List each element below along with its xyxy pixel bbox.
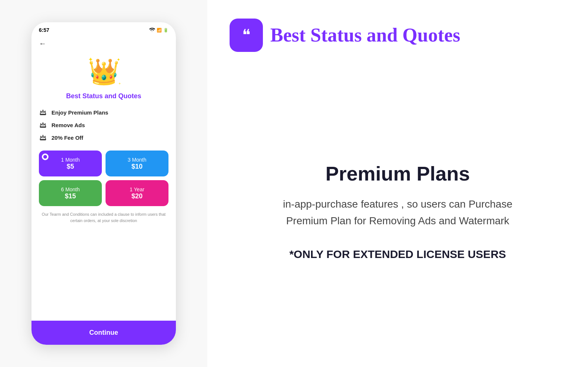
continue-button[interactable]: Continue	[31, 321, 176, 345]
signal-icon: 📶	[157, 28, 162, 33]
plans-grid: 1 Month $5 3 Month $10 6 Month $15 1 Yea…	[39, 151, 168, 206]
feature-text-2: Remove Ads	[51, 122, 85, 128]
crown-feature-icon-1	[39, 108, 47, 116]
sparkle-top-right-icon: ✦	[117, 57, 120, 62]
right-panel: ❝ Best Status and Quotes Premium Plans i…	[207, 0, 588, 367]
plan-1-year[interactable]: 1 Year $20	[106, 180, 168, 206]
back-button[interactable]: ←	[31, 36, 176, 52]
wifi-icon	[149, 27, 155, 33]
app-logo: ❝	[230, 19, 263, 52]
plan-1-year-name: 1 Year	[130, 186, 144, 192]
premium-description: in-app-purchase features , so users can …	[272, 196, 524, 229]
status-icons: 📶 🔋	[149, 27, 168, 33]
plan-3-month-name: 3 Month	[128, 157, 147, 163]
plan-3-month[interactable]: 3 Month $10	[106, 151, 168, 176]
features-list: Enjoy Premium Plans Remove Ads	[39, 106, 168, 144]
feature-item-3: 20% Fee Off	[39, 131, 168, 144]
phone-mockup: 6:57 📶 🔋 ← ✦ 👑 ✦ +	[31, 22, 176, 345]
terms-text: Our Tearm and Conditions can included a …	[39, 211, 168, 224]
sparkle-top-left-icon: ✦	[88, 56, 93, 63]
plan-1-month-name: 1 Month	[61, 157, 80, 163]
app-header: ❝ Best Status and Quotes	[230, 19, 566, 52]
selected-dot	[43, 155, 47, 159]
left-panel: 6:57 📶 🔋 ← ✦ 👑 ✦ +	[0, 0, 207, 367]
premium-plans-title: Premium Plans	[325, 162, 470, 185]
crown-feature-icon-3	[39, 133, 47, 142]
main-content: Premium Plans in-app-purchase features ,…	[230, 74, 566, 348]
app-title: Best Status and Quotes	[270, 24, 460, 46]
status-time: 6:57	[39, 27, 49, 33]
svg-rect-2	[40, 139, 46, 140]
crown-area: ✦ 👑 ✦ +	[85, 55, 122, 89]
selected-indicator	[42, 153, 49, 160]
plan-1-month[interactable]: 1 Month $5	[39, 151, 102, 176]
svg-rect-1	[40, 127, 46, 128]
feature-text-3: 20% Fee Off	[51, 135, 83, 141]
status-bar: 6:57 📶 🔋	[31, 22, 176, 36]
battery-icon: 🔋	[163, 28, 168, 33]
phone-app-name: Best Status and Quotes	[66, 92, 141, 100]
phone-content: ✦ 👑 ✦ + Best Status and Quotes	[31, 52, 176, 321]
sparkle-bottom-right-icon: +	[118, 82, 121, 86]
feature-text-1: Enjoy Premium Plans	[51, 109, 108, 116]
plan-6-month-name: 6 Month	[61, 186, 80, 192]
crown-feature-icon-2	[39, 121, 47, 129]
feature-item-2: Remove Ads	[39, 119, 168, 131]
plan-6-month[interactable]: 6 Month $15	[39, 180, 102, 206]
plan-1-month-price: $5	[67, 163, 74, 171]
license-note: *ONLY FOR EXTENDED LICENSE USERS	[289, 248, 506, 261]
plan-3-month-price: $10	[131, 163, 143, 171]
plan-6-month-price: $15	[65, 192, 76, 200]
svg-rect-0	[40, 114, 46, 115]
feature-item-1: Enjoy Premium Plans	[39, 106, 168, 119]
quote-mark-icon: ❝	[242, 27, 251, 43]
plan-1-year-price: $20	[131, 192, 143, 200]
